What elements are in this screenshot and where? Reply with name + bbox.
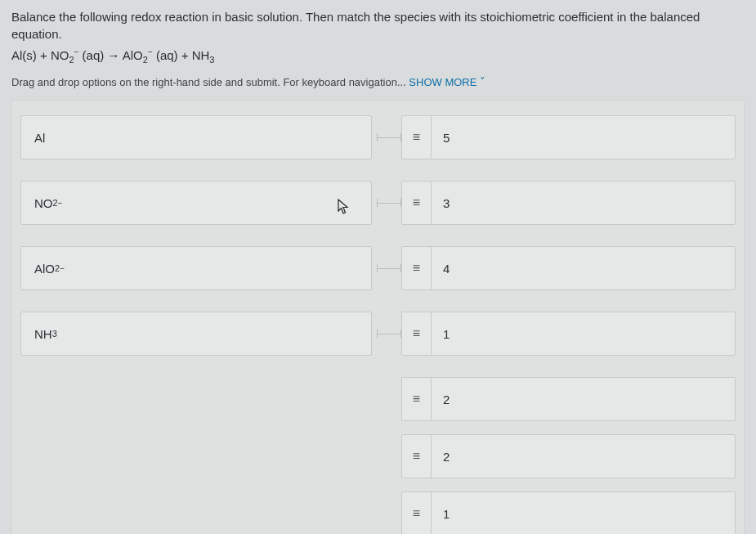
- answer-value: 1: [432, 327, 461, 341]
- eq-part: Al(s) + NO: [11, 48, 69, 62]
- drop-targets-column: AlNO2−AlO2−NH3: [20, 115, 372, 534]
- species-base: NO: [34, 196, 53, 210]
- species-sup: −: [58, 199, 63, 208]
- connector: [377, 115, 401, 159]
- eq-part: (aq) + NH: [153, 48, 210, 62]
- species-base: AlO: [34, 262, 55, 276]
- answer-value: 1: [432, 507, 461, 521]
- answer-option-3[interactable]: ≡1: [401, 312, 736, 356]
- eq-part: (aq) → AlO: [78, 48, 142, 62]
- drop-target-1[interactable]: NO2−: [20, 181, 372, 225]
- drop-target-0[interactable]: Al: [20, 115, 372, 159]
- show-more-label: SHOW MORE: [409, 76, 476, 88]
- drag-handle-icon[interactable]: ≡: [402, 492, 432, 534]
- show-more-link[interactable]: SHOW MORE ˅: [409, 76, 485, 88]
- answer-option-0[interactable]: ≡5: [401, 115, 736, 159]
- connector: [377, 181, 401, 225]
- instructions-text: Drag and drop options on the right-hand …: [11, 76, 409, 88]
- answer-value: 3: [432, 196, 461, 210]
- answer-option-4[interactable]: ≡2: [401, 377, 736, 421]
- instructions: Drag and drop options on the right-hand …: [11, 76, 745, 88]
- chevron-down-icon: ˅: [480, 75, 485, 88]
- answer-option-6[interactable]: ≡1: [401, 491, 736, 534]
- species-sup: −: [60, 264, 65, 273]
- question-text: Balance the following redox reaction in …: [11, 8, 745, 43]
- answer-option-1[interactable]: ≡3: [401, 181, 736, 225]
- connector: [377, 312, 401, 356]
- answer-value: 5: [432, 131, 461, 145]
- drop-target-2[interactable]: AlO2−: [20, 246, 372, 290]
- reaction-equation: Al(s) + NO2− (aq) → AlO2− (aq) + NH3: [11, 47, 745, 65]
- species-base: NH: [34, 327, 52, 341]
- answer-option-2[interactable]: ≡4: [401, 246, 736, 290]
- species-sub: 3: [52, 329, 57, 339]
- connector: [377, 246, 401, 290]
- drag-handle-icon[interactable]: ≡: [402, 182, 432, 224]
- drag-handle-icon[interactable]: ≡: [402, 312, 432, 355]
- matching-panel: AlNO2−AlO2−NH3 ≡5≡3≡4≡1≡2≡2≡1: [11, 100, 745, 534]
- answer-value: 2: [432, 450, 461, 464]
- species-label: Al: [34, 131, 45, 145]
- answer-value: 4: [432, 262, 461, 276]
- drag-handle-icon[interactable]: ≡: [402, 378, 432, 420]
- drag-handle-icon[interactable]: ≡: [402, 435, 432, 478]
- drag-handle-icon[interactable]: ≡: [402, 116, 432, 159]
- drag-handle-icon[interactable]: ≡: [402, 247, 432, 289]
- answer-value: 2: [432, 393, 461, 406]
- answer-option-5[interactable]: ≡2: [401, 434, 736, 478]
- eq-sub: 3: [209, 55, 214, 65]
- connector-column: [377, 115, 401, 534]
- drop-target-3[interactable]: NH3: [20, 312, 372, 356]
- options-column: ≡5≡3≡4≡1≡2≡2≡1: [401, 115, 736, 534]
